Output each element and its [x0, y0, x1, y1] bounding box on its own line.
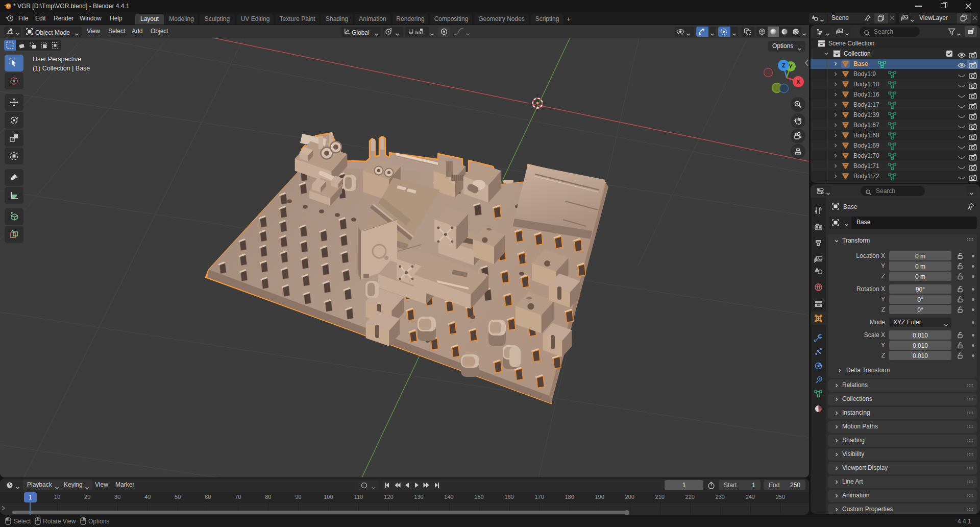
svg-text:Y: Y [789, 63, 793, 69]
svg-text:X: X [796, 79, 800, 85]
svg-text:Z: Z [782, 62, 786, 68]
